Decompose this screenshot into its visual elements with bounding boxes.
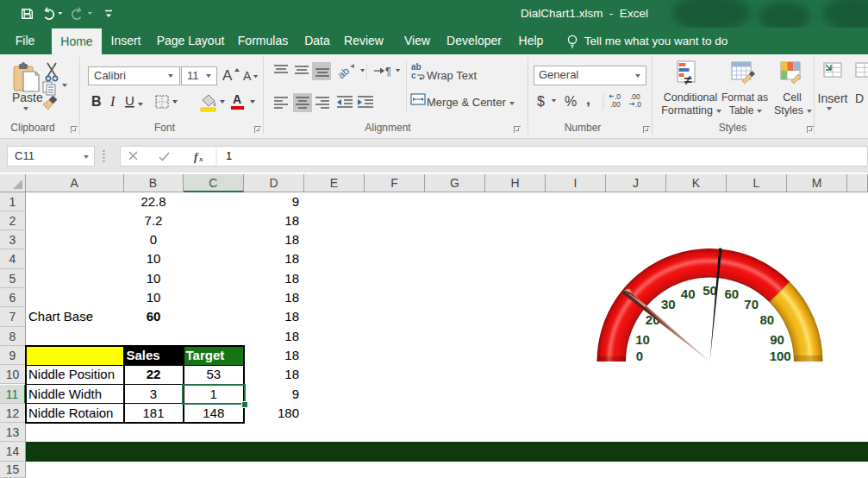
svg-text:70: 70 [744,297,759,311]
svg-text:40: 40 [681,286,696,301]
svg-text:90: 90 [770,332,784,347]
svg-text:60: 60 [724,286,739,301]
svg-text:50: 50 [703,283,717,298]
svg-text:30: 30 [661,297,676,311]
svg-text:80: 80 [759,312,774,327]
svg-text:10: 10 [635,332,650,347]
svg-text:0: 0 [636,349,643,363]
svg-text:100: 100 [770,349,791,363]
